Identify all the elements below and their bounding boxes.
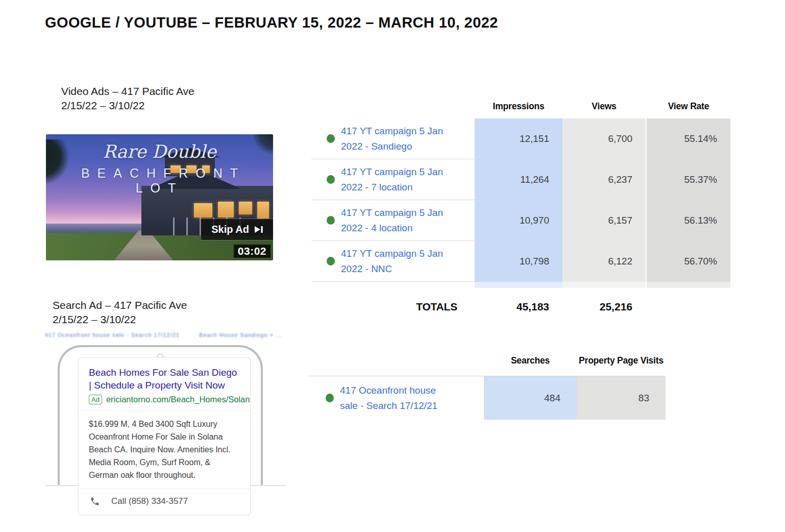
ad-headline-link[interactable]: Beach Homes For Sale San Diego | Schedul… [89, 366, 240, 392]
search-ad-heading: Search Ad – 417 Pacific Ave 2/15/22 – 3/… [53, 298, 187, 327]
view-rate-value: 56.13% [647, 200, 730, 241]
table-row: 417 YT campaign 5 Jan 2022 - Sandiego [311, 118, 475, 159]
table-corner [311, 100, 475, 118]
column-header-searches: Searches [484, 351, 577, 376]
table-row: 417 YT campaign 5 Jan 2022 - 4 location [311, 200, 475, 241]
totals-impressions: 45,183 [475, 295, 562, 319]
search-ad-heading-line2: 2/15/22 – 3/10/22 [53, 312, 187, 327]
totals-label: TOTALS [311, 295, 475, 319]
call-extension[interactable]: Call (858) 334-3577 [79, 489, 250, 515]
view-rate-value: 55.37% [647, 159, 730, 200]
views-value: 6,122 [562, 241, 646, 282]
status-dot-icon [326, 394, 334, 402]
skip-next-icon [254, 226, 264, 233]
impressions-value: 11,264 [475, 159, 562, 200]
video-ad-thumbnail[interactable]: Rare Double BEACHFRONT LOT Skip Ad 03:02 [46, 134, 273, 260]
campaign-link[interactable]: 417 YT campaign 5 Jan 2022 - Sandiego [341, 124, 462, 154]
search-metrics-table: Searches Property Page Visits 417 Oceanf… [307, 351, 666, 420]
house-window [194, 203, 212, 217]
phone-call-icon [90, 496, 100, 506]
call-text: Call (858) 334-3577 [111, 496, 188, 506]
search-ad-heading-line1: Search Ad – 417 Pacific Ave [53, 298, 187, 312]
views-value: 6,157 [562, 200, 646, 241]
house-window [239, 202, 252, 214]
view-rate-value: 55.14% [647, 118, 730, 159]
skip-ad-label: Skip Ad [211, 224, 249, 235]
table-row: 417 Oceanfront house sale - Search 17/12… [307, 376, 484, 420]
impressions-value: 10,798 [475, 241, 562, 282]
video-ads-heading: Video Ads – 417 Pacific Ave 2/15/22 – 3/… [61, 84, 194, 113]
campaign-link[interactable]: 417 YT campaign 5 Jan 2022 - NNC [341, 246, 462, 277]
skip-ad-button[interactable]: Skip Ad [201, 219, 273, 240]
column-header-views: Views [562, 100, 646, 118]
totals-views: 25,216 [562, 295, 646, 319]
column-header-impressions: Impressions [475, 100, 562, 118]
search-ad-card: Beach Homes For Sale San Diego | Schedul… [78, 357, 251, 515]
impressions-value: 10,970 [475, 200, 562, 241]
thumbnail-caps-title: BEACHFRONT LOT [46, 166, 273, 196]
house-window [218, 202, 234, 217]
table-row: 417 YT campaign 5 Jan 2022 - NNC [311, 241, 475, 282]
views-value: 6,237 [562, 159, 646, 200]
status-dot-icon [327, 134, 335, 143]
campaign-link[interactable]: 417 YT campaign 5 Jan 2022 - 7 location [341, 164, 462, 195]
page-title: GOOGLE / YOUTUBE – FEBRUARY 15, 2022 – M… [45, 14, 498, 31]
column-header-property-page-visits: Property Page Visits [577, 351, 666, 376]
thumbnail-script-title: Rare Double [46, 141, 273, 162]
impressions-value: 12,151 [475, 118, 562, 159]
cropped-text-right: Beach House Sandiego + ... [199, 332, 282, 338]
status-dot-icon [327, 257, 335, 265]
property-page-visits-value: 83 [577, 376, 666, 420]
video-metrics-table: Impressions Views View Rate 417 YT campa… [311, 100, 730, 319]
cropped-text-left: 417 Oceanfront house sale - Search 17/12… [45, 332, 180, 338]
ad-badge: Ad [89, 395, 102, 404]
searches-value: 484 [484, 376, 577, 420]
video-duration-badge: 03:02 [234, 245, 271, 258]
status-dot-icon [327, 216, 335, 225]
cropped-text-row: 417 Oceanfront house sale - Search 17/12… [45, 332, 286, 339]
table-row: 417 YT campaign 5 Jan 2022 - 7 location [311, 159, 475, 200]
video-ads-heading-line1: Video Ads – 417 Pacific Ave [61, 84, 194, 99]
house-window [257, 202, 269, 219]
status-dot-icon [327, 175, 335, 184]
view-rate-value: 56.70% [647, 241, 730, 282]
column-header-view-rate: View Rate [647, 100, 730, 118]
views-value: 6,700 [562, 118, 646, 159]
video-ads-heading-line2: 2/15/22 – 3/10/22 [61, 99, 194, 113]
campaign-link[interactable]: 417 Oceanfront house sale - Search 17/12… [340, 383, 451, 414]
report-slide: GOOGLE / YOUTUBE – FEBRUARY 15, 2022 – M… [0, 0, 785, 532]
ad-display-url: ericiantorno.com/Beach_Homes/Solana_B... [106, 395, 251, 404]
campaign-link[interactable]: 417 YT campaign 5 Jan 2022 - 4 location [341, 205, 462, 236]
ad-description: $16.999 M, 4 Bed 3400 Sqft Luxury Oceanf… [79, 410, 250, 489]
